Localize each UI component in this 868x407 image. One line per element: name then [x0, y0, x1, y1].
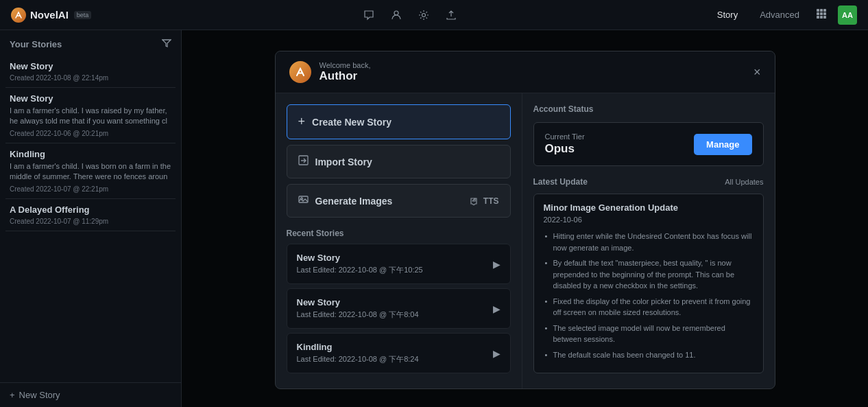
- manage-button[interactable]: Manage: [694, 134, 751, 155]
- svg-rect-7: [823, 12, 826, 15]
- recent-stories-label: Recent Stories: [287, 229, 511, 238]
- svg-point-0: [394, 11, 398, 15]
- modal-left-panel: + Create New Story Import Story: [276, 93, 522, 388]
- sidebar-item-story-2[interactable]: New Story I am a farmer's child. I was r…: [5, 88, 176, 143]
- user-icon[interactable]: [389, 8, 403, 22]
- nav-icons: [362, 8, 458, 22]
- account-card: Current Tier Opus Manage: [533, 122, 764, 166]
- account-status-title: Account Status: [533, 104, 764, 114]
- svg-rect-2: [817, 9, 819, 12]
- recent-story-3-name: Kindling: [297, 342, 493, 352]
- main-layout: Your Stories New Story Created 2022-10-0…: [0, 30, 868, 407]
- story-title: New Story: [10, 93, 171, 104]
- chevron-right-icon: ▶: [493, 303, 501, 314]
- update-card: Minor Image Generation Update 2022-10-06…: [533, 194, 764, 373]
- recent-story-1-name: New Story: [297, 253, 493, 263]
- filter-icon[interactable]: [162, 38, 171, 50]
- account-tier-label: Current Tier: [545, 132, 585, 141]
- import-story-label: Import Story: [315, 156, 372, 167]
- create-new-story-button[interactable]: + Create New Story: [287, 104, 511, 139]
- update-items-list: Hitting enter while the Undesired Conten…: [544, 231, 754, 360]
- logo-icon: [11, 8, 26, 23]
- sidebar: Your Stories New Story Created 2022-10-0…: [0, 30, 182, 407]
- recent-story-3-info: Kindling Last Edited: 2022-10-08 @ 下午8:2…: [297, 342, 493, 364]
- sidebar-header: Your Stories: [0, 30, 181, 56]
- modal-right-panel: Account Status Current Tier Opus Manage …: [522, 93, 775, 388]
- story-excerpt: I am a farmer's child. I was born on a f…: [10, 161, 171, 183]
- modal-close-button[interactable]: ×: [754, 66, 761, 78]
- svg-point-1: [422, 13, 425, 16]
- update-item-4: The selected image model will now be rem…: [544, 323, 754, 345]
- settings-icon[interactable]: [417, 8, 431, 22]
- svg-rect-4: [823, 9, 826, 12]
- tab-advanced[interactable]: Advanced: [754, 7, 805, 23]
- plus-icon: +: [10, 390, 15, 400]
- welcome-modal: Welcome back, Author × + Create New Stor…: [275, 51, 775, 389]
- story-title: A Delayed Offering: [10, 205, 171, 215]
- avatar[interactable]: AA: [838, 5, 857, 25]
- grid-icon[interactable]: [816, 8, 827, 22]
- recent-story-3[interactable]: Kindling Last Edited: 2022-10-08 @ 下午8:2…: [287, 333, 511, 373]
- svg-rect-6: [820, 12, 823, 15]
- recent-story-2[interactable]: New Story Last Edited: 2022-10-08 @ 下午8:…: [287, 288, 511, 329]
- recent-story-2-date: Last Edited: 2022-10-08 @ 下午8:04: [297, 310, 493, 320]
- new-story-button[interactable]: + New Story: [0, 382, 181, 407]
- sidebar-item-story-4[interactable]: A Delayed Offering Created 2022-10-07 @ …: [5, 199, 176, 231]
- story-date: Created 2022-10-07 @ 11:29pm: [10, 218, 171, 225]
- beta-badge: beta: [74, 11, 92, 19]
- svg-rect-10: [823, 16, 826, 19]
- recent-story-1-date: Last Edited: 2022-10-08 @ 下午10:25: [297, 265, 493, 275]
- sidebar-stories-list: New Story Created 2022-10-08 @ 22:14pm N…: [0, 56, 181, 382]
- update-item-5: The default scale has been changed to 11…: [544, 349, 754, 361]
- message-icon[interactable]: [362, 8, 376, 22]
- app-logo[interactable]: NovelAI beta: [11, 8, 91, 23]
- recent-story-1[interactable]: New Story Last Edited: 2022-10-08 @ 下午10…: [287, 244, 511, 284]
- all-updates-link[interactable]: All Updates: [725, 178, 763, 186]
- welcome-subtitle: Welcome back,: [320, 61, 371, 69]
- import-story-button[interactable]: Import Story: [287, 145, 511, 178]
- recent-story-3-date: Last Edited: 2022-10-08 @ 下午8:24: [297, 354, 493, 364]
- tab-story[interactable]: Story: [712, 7, 743, 23]
- sidebar-item-story-1[interactable]: New Story Created 2022-10-08 @ 22:14pm: [5, 56, 176, 88]
- generate-images-label: Generate Images: [315, 196, 393, 207]
- story-excerpt: I am a farmer's child. I was raised by m…: [10, 106, 171, 127]
- recent-story-1-info: New Story Last Edited: 2022-10-08 @ 下午10…: [297, 253, 493, 275]
- sidebar-item-story-3[interactable]: Kindling I am a farmer's child. I was bo…: [5, 143, 176, 199]
- import-story-icon: [298, 155, 309, 168]
- story-date: Created 2022-10-06 @ 20:21pm: [10, 130, 171, 137]
- modal-logo-icon: [289, 61, 311, 83]
- update-item-3: Fixed the display of the color picker to…: [544, 296, 754, 318]
- create-story-label: Create New Story: [312, 117, 391, 128]
- update-item-2: By default the text "masterpiece, best q…: [544, 257, 754, 292]
- upload-icon[interactable]: [444, 8, 458, 22]
- tts-label: TTS: [483, 196, 499, 206]
- new-story-label: New Story: [19, 390, 60, 400]
- main-content: No Story selected. Welcome back, Author …: [182, 30, 868, 407]
- svg-rect-5: [817, 12, 819, 15]
- app-name: NovelAI: [30, 9, 69, 21]
- sidebar-title: Your Stories: [10, 39, 62, 49]
- story-date: Created 2022-10-07 @ 22:21pm: [10, 185, 171, 193]
- svg-rect-3: [820, 9, 823, 12]
- modal-overlay: Welcome back, Author × + Create New Stor…: [182, 30, 868, 407]
- modal-header: Welcome back, Author ×: [276, 51, 775, 93]
- svg-rect-8: [817, 16, 819, 19]
- recent-story-2-name: New Story: [297, 297, 493, 307]
- recent-story-2-info: New Story Last Edited: 2022-10-08 @ 下午8:…: [297, 297, 493, 320]
- chevron-right-icon: ▶: [493, 259, 501, 270]
- story-date: Created 2022-10-08 @ 22:14pm: [10, 74, 171, 82]
- generate-images-icon: [298, 194, 309, 207]
- latest-update-header: Latest Update All Updates: [533, 177, 764, 187]
- tts-button[interactable]: TTS: [470, 196, 499, 206]
- svg-rect-9: [820, 16, 823, 19]
- modal-welcome-text: Welcome back, Author: [320, 61, 371, 83]
- latest-update-section-title: Latest Update: [533, 177, 588, 187]
- top-navigation: NovelAI beta Story Advan: [0, 0, 868, 30]
- update-title: Minor Image Generation Update: [544, 202, 754, 213]
- story-title: Kindling: [10, 149, 171, 159]
- story-title: New Story: [10, 61, 171, 71]
- account-tier-info: Current Tier Opus: [545, 132, 585, 156]
- nav-right: Story Advanced AA: [712, 5, 857, 25]
- generate-images-button[interactable]: Generate Images TTS: [287, 184, 511, 218]
- chevron-right-icon: ▶: [493, 348, 501, 359]
